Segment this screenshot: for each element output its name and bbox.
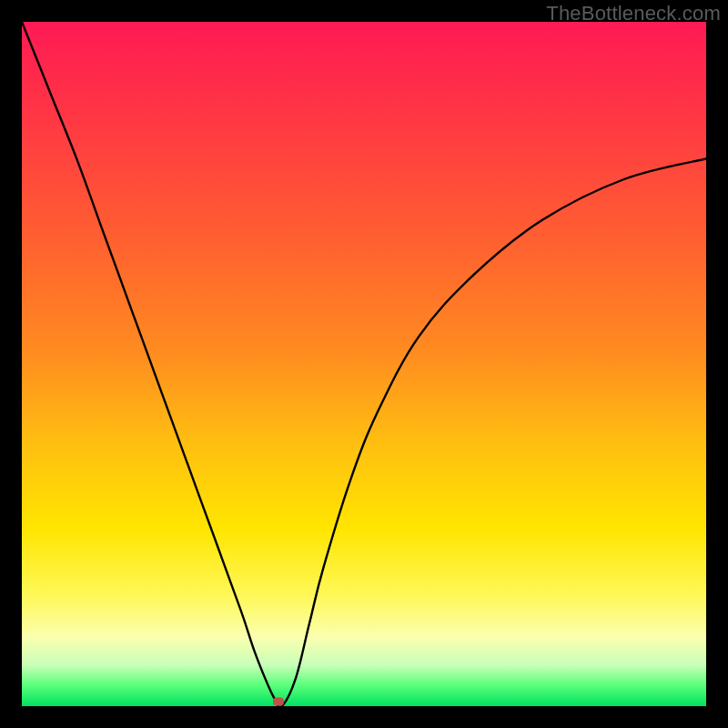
chart-frame: TheBottleneck.com [0, 0, 728, 728]
heatmap-gradient [22, 22, 706, 706]
optimal-point-marker [273, 698, 284, 706]
plot-area [22, 22, 706, 706]
